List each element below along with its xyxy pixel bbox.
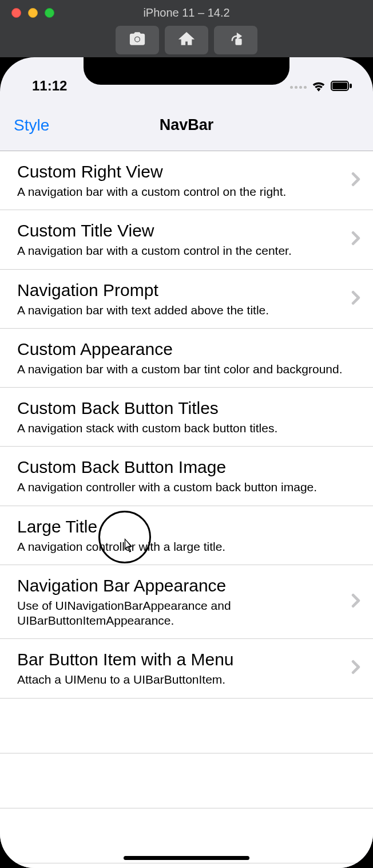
row-subtitle: A navigation controller with a custom ba… — [17, 480, 360, 495]
share-icon — [227, 30, 244, 50]
row-title: Custom Back Button Titles — [17, 398, 360, 419]
share-button[interactable] — [214, 26, 257, 54]
nav-title: NavBar — [0, 116, 373, 134]
chevron-right-icon — [351, 593, 360, 610]
row-title: Custom Title View — [17, 220, 344, 241]
row-title: Custom Back Button Image — [17, 457, 360, 478]
chevron-right-icon — [351, 172, 360, 189]
screenshot-button[interactable] — [116, 26, 159, 54]
table-row[interactable]: Large TitleA navigation controller with … — [0, 506, 373, 565]
row-subtitle: A navigation bar with a custom control o… — [17, 184, 344, 199]
row-subtitle: Attach a UIMenu to a UIBarButtonItem. — [17, 672, 344, 687]
table-row[interactable]: Custom Right ViewA navigation bar with a… — [0, 151, 373, 210]
table-row[interactable]: Custom Title ViewA navigation bar with a… — [0, 210, 373, 269]
row-subtitle: A navigation stack with custom back butt… — [17, 421, 360, 436]
chevron-right-icon — [351, 660, 360, 677]
empty-row — [0, 808, 373, 863]
zoom-window-button[interactable] — [45, 8, 54, 18]
table-row[interactable]: Custom Back Button TitlesA navigation st… — [0, 388, 373, 447]
titlebar: iPhone 11 – 14.2 — [0, 0, 373, 25]
back-button[interactable]: Style — [14, 116, 49, 135]
svg-rect-3 — [350, 84, 352, 88]
empty-row — [0, 699, 373, 753]
row-subtitle: A navigation controller with a large tit… — [17, 539, 360, 554]
row-subtitle: A navigation bar with a custom control i… — [17, 243, 344, 258]
home-indicator[interactable] — [124, 856, 249, 860]
row-title: Large Title — [17, 516, 360, 537]
cellular-dots-icon — [290, 86, 307, 89]
simulator-window-chrome: iPhone 11 – 14.2 — [0, 0, 373, 57]
camera-icon — [129, 30, 146, 50]
empty-row — [0, 863, 373, 869]
row-subtitle: A navigation bar with text added above t… — [17, 303, 344, 318]
table-row[interactable]: Custom AppearanceA navigation bar with a… — [0, 329, 373, 388]
table-row[interactable]: Navigation PromptA navigation bar with t… — [0, 270, 373, 329]
home-button[interactable] — [165, 26, 208, 54]
device-screen: 11:12 Style NavBar Custom Right ViewA na… — [0, 57, 373, 868]
close-window-button[interactable] — [11, 8, 21, 18]
status-icons — [290, 80, 352, 94]
wifi-icon — [311, 80, 326, 94]
row-title: Navigation Bar Appearance — [17, 575, 344, 596]
navigation-bar: Style NavBar — [0, 100, 373, 151]
table-row[interactable]: Custom Back Button ImageA navigation con… — [0, 447, 373, 506]
home-icon — [178, 30, 195, 50]
row-subtitle: A navigation bar with a custom bar tint … — [17, 362, 360, 377]
device-bezel: 11:12 Style NavBar Custom Right ViewA na… — [0, 57, 373, 868]
svg-rect-2 — [332, 82, 347, 89]
window-title: iPhone 11 – 14.2 — [0, 6, 373, 19]
window-traffic-lights — [0, 8, 54, 18]
table-view[interactable]: Custom Right ViewA navigation bar with a… — [0, 151, 373, 868]
svg-rect-0 — [236, 39, 241, 45]
row-title: Bar Button Item with a Menu — [17, 649, 344, 670]
simulator-toolbar — [0, 25, 373, 57]
row-subtitle: Use of UINavigationBarAppearance and UIB… — [17, 598, 344, 629]
table-row[interactable]: Navigation Bar AppearanceUse of UINaviga… — [0, 565, 373, 640]
row-title: Navigation Prompt — [17, 280, 344, 301]
row-title: Custom Appearance — [17, 339, 360, 360]
chevron-right-icon — [351, 231, 360, 248]
row-title: Custom Right View — [17, 161, 344, 182]
minimize-window-button[interactable] — [28, 8, 38, 18]
battery-icon — [331, 81, 352, 93]
device-notch — [84, 57, 289, 85]
chevron-right-icon — [351, 290, 360, 307]
status-time: 11:12 — [32, 78, 67, 94]
table-row[interactable]: Bar Button Item with a MenuAttach a UIMe… — [0, 639, 373, 698]
empty-row — [0, 753, 373, 808]
